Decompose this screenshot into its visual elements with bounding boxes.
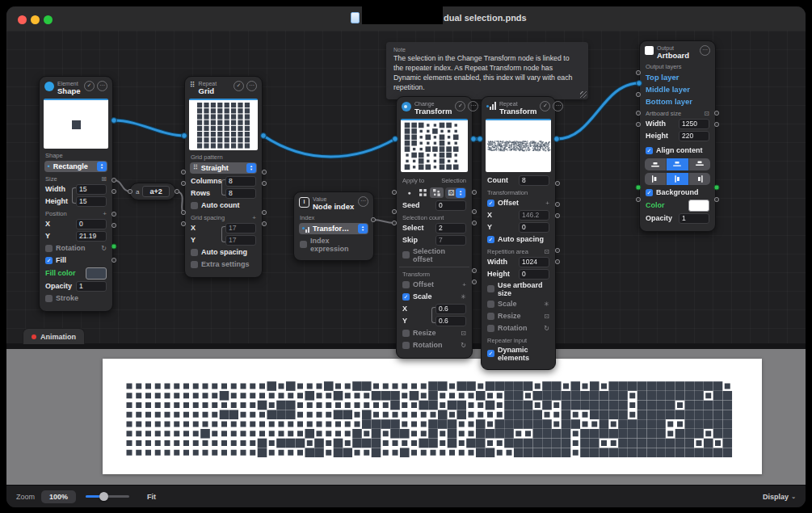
align-right-button[interactable] xyxy=(689,173,710,185)
port[interactable] xyxy=(555,213,559,217)
area-width-field[interactable]: 1024 xyxy=(519,257,549,267)
port[interactable] xyxy=(555,202,559,206)
apply-to-element-button[interactable]: ● xyxy=(402,187,416,198)
node-change-header[interactable]: ChangeTransform ✓⋯ xyxy=(402,101,467,116)
wire-shape-to-grid[interactable] xyxy=(114,120,184,136)
align-bottom-button[interactable] xyxy=(689,158,710,170)
align-middle-button[interactable] xyxy=(667,158,688,170)
zoom-window-button[interactable] xyxy=(44,15,53,24)
apply-to-all-button[interactable] xyxy=(416,187,430,198)
scale-y-field[interactable]: 0.6 xyxy=(435,316,466,326)
close-window-button[interactable] xyxy=(18,15,27,24)
fit-button[interactable]: Fit xyxy=(147,493,156,501)
node-expression[interactable]: a a+2 xyxy=(129,183,176,200)
index-expression-checkbox[interactable] xyxy=(300,241,307,248)
animation-tab[interactable]: Animation xyxy=(23,328,85,344)
bottom-layer-input[interactable]: Bottom layer xyxy=(646,97,692,106)
node-enable-button[interactable]: ✓ xyxy=(234,81,244,91)
display-button[interactable]: Display⌄ xyxy=(763,493,796,501)
node-more-button[interactable]: ⋯ xyxy=(700,45,710,56)
zoom-value-button[interactable]: 100% xyxy=(41,490,76,503)
selection-offset-checkbox[interactable] xyxy=(402,251,410,259)
port[interactable] xyxy=(262,170,266,174)
resize-checkbox[interactable] xyxy=(487,313,494,320)
scale-x-field[interactable]: 0.6 xyxy=(435,304,466,314)
artboard-width-field[interactable]: 1250 xyxy=(679,119,709,129)
port[interactable] xyxy=(472,190,476,194)
wire-width-to-expression[interactable] xyxy=(114,180,130,191)
port[interactable] xyxy=(555,259,559,263)
node-repeat-transform[interactable]: RepeatTransform ✓⋯ Count8 Transformation… xyxy=(481,96,556,370)
auto-count-checkbox[interactable] xyxy=(191,202,198,209)
expression-field[interactable]: a+2 xyxy=(142,186,169,197)
auto-spacing-checkbox[interactable] xyxy=(487,236,494,243)
background-color-swatch[interactable] xyxy=(688,200,709,212)
dynamic-elements-checkbox[interactable] xyxy=(487,350,494,357)
align-top-button[interactable] xyxy=(645,158,667,170)
port[interactable] xyxy=(472,209,476,213)
node-repeat-header[interactable]: RepeatTransform ✓⋯ xyxy=(486,101,550,116)
background-checkbox[interactable] xyxy=(646,189,653,196)
rows-field[interactable]: 8 xyxy=(225,188,256,199)
x-spacing-field[interactable]: 17 xyxy=(225,223,256,233)
opacity-field[interactable]: 1 xyxy=(76,281,107,292)
stroke-checkbox[interactable] xyxy=(45,295,53,302)
y-spacing-field[interactable]: 17 xyxy=(225,235,256,246)
node-artboard-header[interactable]: OutputArtboard ⋯ xyxy=(645,45,710,60)
node-more-button[interactable]: ⋯ xyxy=(246,81,257,91)
node-enable-button[interactable]: ✓ xyxy=(455,101,465,111)
middle-layer-input[interactable]: Middle layer xyxy=(646,85,690,94)
node-more-button[interactable]: ⋯ xyxy=(553,101,563,111)
rotation-checkbox[interactable] xyxy=(402,342,410,349)
x-field[interactable]: 0 xyxy=(76,219,107,229)
offset-y-field[interactable]: 0 xyxy=(519,222,549,233)
extra-settings-checkbox[interactable] xyxy=(191,261,198,268)
node-value-index[interactable]: i ValueNode index ⋯ Index Transfor… ▲▼ I… xyxy=(293,191,374,261)
node-enable-button[interactable]: ✓ xyxy=(84,81,95,91)
node-enable-button[interactable]: ✓ xyxy=(540,101,550,111)
rotation-checkbox[interactable] xyxy=(487,325,494,332)
offset-x-field[interactable]: 146.2 xyxy=(519,210,549,221)
apply-to-selection-button[interactable] xyxy=(430,187,444,198)
port[interactable] xyxy=(472,268,476,272)
count-field[interactable]: 8 xyxy=(519,175,549,186)
node-more-button[interactable]: ⋯ xyxy=(97,81,107,91)
area-height-field[interactable]: 0 xyxy=(519,269,549,280)
index-source-dropdown[interactable]: Transfor… ▲▼ xyxy=(299,223,368,234)
shape-type-dropdown[interactable]: ▪ Rectangle ▲▼ xyxy=(44,161,107,172)
offset-checkbox[interactable] xyxy=(402,281,410,288)
artboard-height-field[interactable]: 220 xyxy=(679,131,709,141)
seed-field[interactable]: 0 xyxy=(435,200,466,211)
y-field[interactable]: 21.19 xyxy=(76,231,107,242)
port[interactable] xyxy=(262,181,266,185)
auto-spacing-checkbox[interactable] xyxy=(191,249,198,256)
minimize-window-button[interactable] xyxy=(31,15,40,24)
zoom-slider-thumb[interactable] xyxy=(99,492,108,501)
top-layer-input[interactable]: Top layer xyxy=(646,73,679,82)
node-change-transform[interactable]: ChangeTransform ✓⋯ Apply to Selection ● … xyxy=(396,96,473,359)
note-box[interactable]: Note The selection in the Change Transfo… xyxy=(386,42,588,99)
node-value-header[interactable]: i ValueNode index ⋯ xyxy=(299,196,368,211)
align-left-button[interactable] xyxy=(645,173,667,185)
columns-field[interactable]: 8 xyxy=(225,176,256,187)
node-shape[interactable]: ElementShape ✓⋯ Shape ▪ Rectangle ▲▼ Siz… xyxy=(39,76,113,312)
scale-checkbox[interactable] xyxy=(402,293,410,301)
node-grid-header[interactable]: ⠿ RepeatGrid ✓⋯ xyxy=(190,81,257,95)
align-content-checkbox[interactable] xyxy=(646,147,653,154)
node-grid[interactable]: ⠿ RepeatGrid ✓⋯ Grid pattern ⠿ Straight … xyxy=(184,76,263,278)
use-artboard-size-checkbox[interactable] xyxy=(487,285,494,292)
zoom-slider[interactable] xyxy=(86,495,129,498)
port[interactable] xyxy=(472,221,476,225)
port[interactable] xyxy=(472,280,476,284)
align-center-button[interactable] xyxy=(667,173,688,185)
skip-field[interactable]: 7 xyxy=(435,235,466,246)
select-field[interactable]: 2 xyxy=(435,223,466,233)
scale-checkbox[interactable] xyxy=(487,301,494,308)
node-editor-canvas[interactable]: Note The selection in the Change Transfo… xyxy=(6,31,806,343)
port[interactable] xyxy=(555,181,559,185)
wire-grid-to-change[interactable] xyxy=(263,136,395,157)
wire-index-to-skip[interactable] xyxy=(373,220,394,223)
height-field[interactable]: 15 xyxy=(76,196,107,207)
wire-expression-to-gridspacing[interactable] xyxy=(177,191,183,212)
artboard-opacity-field[interactable]: 1 xyxy=(679,213,709,224)
